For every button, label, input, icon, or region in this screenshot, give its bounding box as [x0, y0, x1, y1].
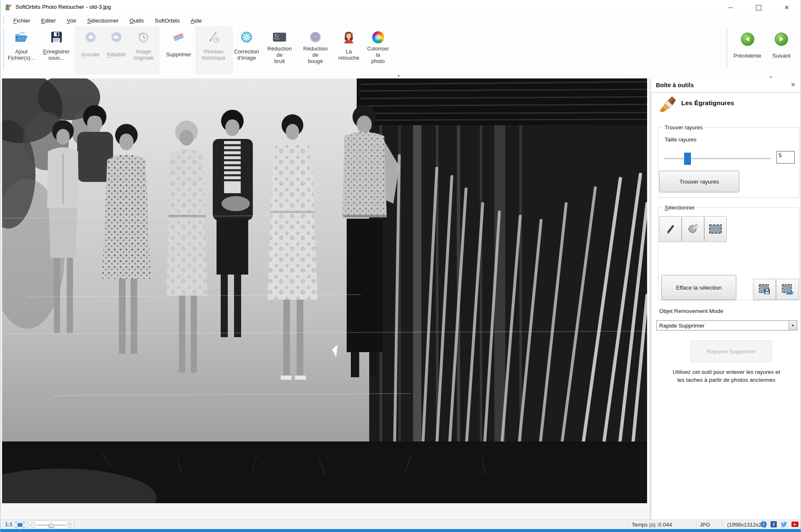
zoom-slider[interactable]: − +: [29, 521, 74, 529]
window-bottom-border: [0, 529, 801, 532]
title-bar[interactable]: SoftOrbits Photo Retoucher - old-3.jpg ✕: [0, 0, 801, 15]
add-files-label-2: Fichier(s)...: [4, 55, 39, 61]
delete-button[interactable]: Supprimer: [161, 27, 196, 58]
maximize-icon: [756, 5, 761, 10]
floppy-disk-icon: [39, 29, 74, 45]
load-selection-button[interactable]: [776, 279, 799, 300]
scratch-size-value-field[interactable]: 5: [776, 151, 795, 164]
zoom-out-icon[interactable]: −: [30, 522, 36, 528]
history-brush-icon: [196, 29, 232, 45]
clear-selection-button[interactable]: Efface la sélection: [661, 275, 736, 300]
info-icon[interactable]: i: [761, 521, 767, 527]
history-brush-label-2: historique: [196, 55, 232, 61]
status-bar: 1:1 − + Temps (s) :0.044 JPG (1998x1312x…: [0, 519, 801, 529]
save-as-button[interactable]: Enregistrer sous...: [39, 27, 74, 61]
colorize-label-3: photo: [361, 58, 395, 64]
color-wheel-icon: [361, 29, 395, 45]
menu-softorbits[interactable]: SoftOrbits: [149, 16, 185, 25]
colorize-label-2: la: [361, 52, 395, 58]
rect-marquee-icon: [709, 224, 722, 234]
colorize-button[interactable]: Coloriser la photo: [361, 27, 395, 64]
toolbar-overflow-chevron[interactable]: ▾: [398, 74, 400, 78]
noise-reduction-label-2: de: [262, 52, 297, 58]
load-selection-icon: [781, 284, 794, 295]
menu-editer[interactable]: Editer: [36, 16, 61, 25]
original-image-button[interactable]: Image originale: [129, 27, 158, 61]
pencil-icon: [665, 224, 676, 234]
removal-mode-dropdown[interactable]: Rapide Supprimer ▼: [656, 320, 797, 330]
zoom-slider-thumb[interactable]: [49, 522, 54, 528]
app-logo-icon: [5, 4, 13, 11]
youtube-icon[interactable]: [791, 522, 798, 527]
green-left-arrow-icon: [730, 31, 765, 48]
eraser-select-tool-button[interactable]: [682, 216, 704, 242]
noise-reduction-label-3: bruit: [262, 58, 297, 64]
photo-old-group-portrait[interactable]: [2, 78, 647, 503]
scratch-size-label: Taille rayures: [665, 136, 697, 143]
menubar-grip[interactable]: [3, 17, 5, 24]
minimize-icon: [728, 8, 733, 8]
minimize-button[interactable]: [717, 0, 745, 15]
menu-outils[interactable]: Outils: [124, 16, 149, 25]
save-selection-button[interactable]: [753, 279, 776, 300]
selection-group-title: Sélectionner: [663, 204, 696, 211]
processing-time-field: Temps (s) :0.044: [632, 522, 672, 528]
shake-reduction-button[interactable]: Réduction de bougé: [298, 27, 332, 64]
scratch-size-slider-track[interactable]: [664, 158, 771, 159]
application-window: SoftOrbits Photo Retoucher - old-3.jpg ✕…: [0, 0, 801, 532]
undo-button[interactable]: Annuler: [76, 27, 105, 58]
window-title: SoftOrbits Photo Retoucher - old-3.jpg: [15, 4, 111, 10]
noise-reduction-button[interactable]: Réduction de bruit: [262, 27, 297, 64]
add-files-button[interactable]: Ajout Fichier(s)...: [4, 27, 39, 61]
blur-sphere-icon: [298, 29, 332, 45]
redo-button[interactable]: Rétablir: [102, 27, 131, 58]
previous-photo-button[interactable]: Précédente: [730, 27, 765, 59]
save-as-label-2: sous...: [39, 55, 74, 61]
remove-scratches-button[interactable]: Rayures Supprimer: [690, 340, 772, 362]
noise-reduction-label-1: Réduction: [262, 45, 297, 52]
twitter-icon[interactable]: [781, 522, 788, 527]
removal-mode-label: Objet Removement Mode: [659, 308, 723, 314]
maximize-button[interactable]: [745, 0, 773, 15]
zoom-ratio-button[interactable]: 1:1: [5, 522, 13, 527]
panel-close-icon[interactable]: ✕: [789, 81, 797, 89]
delete-label: Supprimer: [161, 51, 196, 58]
file-format-field: JPG: [700, 522, 710, 528]
shake-reduction-label-3: bougé: [298, 58, 332, 64]
image-correction-button[interactable]: Correction d'image: [229, 27, 264, 61]
mandala-icon: [229, 29, 264, 45]
undo-arrow-icon: [76, 29, 105, 45]
shake-reduction-label-1: Réduction: [298, 45, 332, 52]
removal-mode-selected-value: Rapide Supprimer: [657, 323, 788, 329]
open-folder-icon: [4, 29, 39, 45]
rect-select-tool-button[interactable]: [704, 216, 727, 242]
toolbox-panel-title: Boîte à outils: [656, 82, 694, 88]
undo-label: Annuler: [76, 51, 105, 58]
green-right-arrow-icon: [765, 31, 798, 48]
menu-selectionner[interactable]: Sélectionner: [82, 16, 124, 25]
menu-aide[interactable]: Aide: [185, 16, 207, 25]
add-files-label-1: Ajout: [4, 48, 39, 55]
noise-rect-icon: [262, 29, 297, 45]
fit-to-screen-icon[interactable]: [15, 522, 25, 528]
history-clock-icon: [129, 29, 158, 45]
find-scratches-button[interactable]: Trouver rayures: [659, 171, 739, 192]
facebook-icon[interactable]: f: [771, 521, 777, 527]
next-label: Suivant: [765, 53, 798, 59]
photo-canvas[interactable]: [0, 78, 650, 519]
history-brush-button[interactable]: Pinceau historique: [196, 27, 232, 61]
pencil-select-tool-button[interactable]: [659, 216, 682, 242]
menu-bar: Fichier Editer Voir Sélectionner Outils …: [0, 15, 801, 26]
dropdown-arrow-icon[interactable]: ▼: [788, 321, 797, 330]
main-toolbar: Ajout Fichier(s)... Enregistrer sous...: [0, 26, 801, 78]
next-photo-button[interactable]: Suivant: [765, 27, 798, 59]
tool-help-text: Utilisez cet outil pour enlever les rayu…: [657, 368, 795, 384]
close-button[interactable]: ✕: [773, 0, 801, 15]
shake-reduction-label-2: de: [298, 52, 332, 58]
find-scratches-group-title: Trouver rayures: [663, 124, 704, 131]
scratch-size-slider-thumb[interactable]: [684, 153, 691, 165]
menu-voir[interactable]: Voir: [61, 16, 82, 25]
menu-fichier[interactable]: Fichier: [8, 16, 36, 25]
colorize-label-1: Coloriser: [361, 45, 395, 52]
zoom-in-icon[interactable]: +: [67, 522, 72, 528]
